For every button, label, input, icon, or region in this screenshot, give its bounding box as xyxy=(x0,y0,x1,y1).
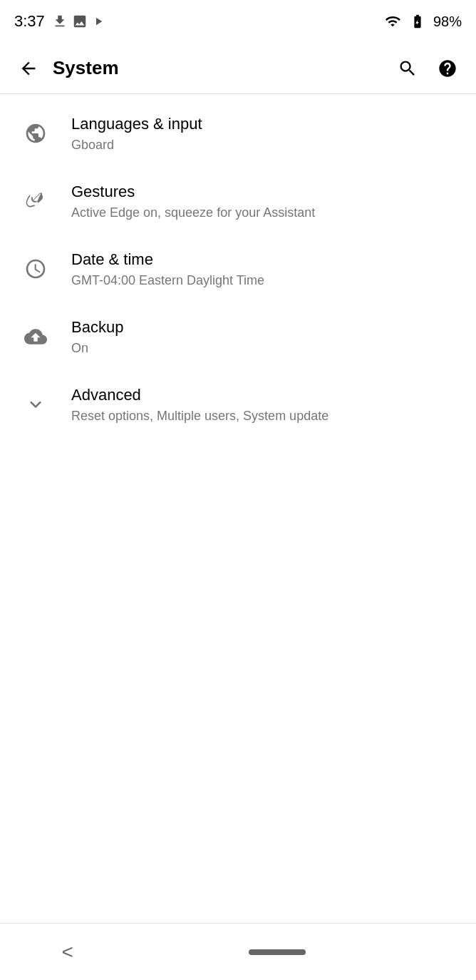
back-button[interactable] xyxy=(11,51,46,86)
status-bar-left: 3:37 xyxy=(14,12,105,31)
status-icons xyxy=(52,14,105,29)
settings-list: Languages & input Gboard Gestures Active… xyxy=(0,94,476,923)
settings-item-backup[interactable]: Backup On xyxy=(0,303,476,371)
advanced-subtitle: Reset options, Multiple users, System up… xyxy=(71,408,459,424)
settings-item-languages[interactable]: Languages & input Gboard xyxy=(0,100,476,168)
advanced-text: Advanced Reset options, Multiple users, … xyxy=(71,385,459,424)
status-bar-right: 98% xyxy=(383,14,462,30)
datetime-title: Date & time xyxy=(71,250,459,270)
gesture-icon xyxy=(17,183,54,220)
nav-home-pill[interactable] xyxy=(249,949,306,955)
datetime-subtitle: GMT-04:00 Eastern Daylight Time xyxy=(71,272,459,289)
chevron-down-icon xyxy=(17,386,54,423)
backup-text: Backup On xyxy=(71,317,459,357)
backup-icon xyxy=(17,318,54,355)
play-icon xyxy=(92,15,105,28)
status-bar: 3:37 98% xyxy=(0,0,476,43)
battery-percentage: 98% xyxy=(433,14,462,30)
help-button[interactable] xyxy=(430,51,465,86)
image-icon xyxy=(72,14,88,29)
backup-title: Backup xyxy=(71,317,459,338)
languages-subtitle: Gboard xyxy=(71,137,459,153)
languages-text: Languages & input Gboard xyxy=(71,114,459,153)
status-time: 3:37 xyxy=(14,12,45,31)
settings-item-datetime[interactable]: Date & time GMT-04:00 Eastern Daylight T… xyxy=(0,235,476,303)
datetime-text: Date & time GMT-04:00 Eastern Daylight T… xyxy=(71,250,459,289)
toolbar-actions xyxy=(390,51,465,86)
battery-icon xyxy=(408,14,428,29)
languages-title: Languages & input xyxy=(71,114,459,135)
download-icon xyxy=(52,14,68,29)
settings-item-gestures[interactable]: Gestures Active Edge on, squeeze for you… xyxy=(0,168,476,235)
search-button[interactable] xyxy=(390,51,425,86)
page-title: System xyxy=(46,57,390,79)
toolbar: System xyxy=(0,43,476,94)
gestures-subtitle: Active Edge on, squeeze for your Assista… xyxy=(71,205,459,221)
advanced-title: Advanced xyxy=(71,385,459,406)
gestures-title: Gestures xyxy=(71,182,459,203)
clock-icon xyxy=(17,250,54,287)
backup-subtitle: On xyxy=(71,340,459,357)
gestures-text: Gestures Active Edge on, squeeze for you… xyxy=(71,182,459,221)
wifi-icon xyxy=(383,14,402,29)
settings-item-advanced[interactable]: Advanced Reset options, Multiple users, … xyxy=(0,371,476,439)
nav-back-button[interactable]: < xyxy=(61,941,73,964)
nav-bar: < xyxy=(0,923,476,980)
globe-icon xyxy=(17,115,54,152)
